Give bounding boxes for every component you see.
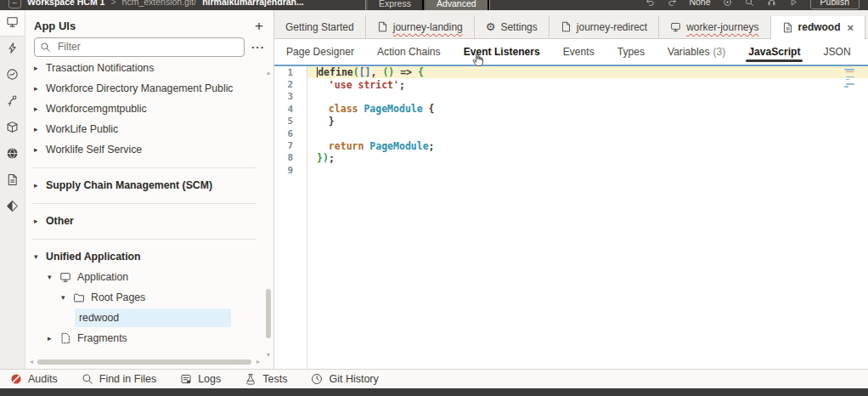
caret-right-icon[interactable]: ▸: [34, 217, 46, 225]
file-code-icon: [6, 173, 19, 190]
workspace-name[interactable]: Workspace HCM 1: [27, 0, 104, 7]
code-line-3[interactable]: 3: [274, 91, 868, 103]
rail-item-diamond[interactable]: [0, 195, 25, 221]
rail-item-package[interactable]: [0, 116, 25, 142]
tree-item-worklife-self-service[interactable]: ▸Worklife Self Service: [25, 139, 262, 160]
tree-item-redwood[interactable]: redwood: [25, 308, 262, 328]
subtab-page-designer[interactable]: Page Designer: [286, 39, 354, 65]
code-token: =>: [394, 66, 418, 78]
tab-settings[interactable]: ⚙Settings: [475, 15, 550, 38]
tests-button[interactable]: Tests: [245, 373, 287, 385]
git-history-button[interactable]: Git History: [311, 373, 378, 385]
code-line-9[interactable]: 9: [274, 164, 868, 176]
code-editor[interactable]: 1define([], () => {2 'use strict';34 cla…: [274, 65, 868, 369]
editor-minimap[interactable]: [844, 69, 863, 88]
code-line-2[interactable]: 2 'use strict';: [274, 78, 868, 90]
audits-button[interactable]: Audits: [10, 373, 58, 385]
rail-item-monitor[interactable]: [0, 10, 25, 37]
add-app-ui-button[interactable]: +: [255, 19, 263, 33]
headset-icon[interactable]: [766, 0, 777, 8]
rail-item-branch[interactable]: [0, 89, 25, 116]
subtab-event-listeners[interactable]: Event Listeners: [464, 39, 540, 65]
tree-item-other[interactable]: ▸Other: [25, 211, 262, 231]
rail-item-file-code[interactable]: [0, 168, 25, 195]
tab-journey-redirect[interactable]: journey-redirect: [550, 15, 659, 38]
rail-item-lightning[interactable]: [0, 37, 25, 63]
caret-right-icon[interactable]: ▸: [34, 64, 46, 72]
code-line-4[interactable]: 4 class PageModule {: [274, 103, 868, 115]
monitor-icon: [670, 21, 681, 32]
logs-button[interactable]: Logs: [180, 373, 221, 385]
find-in-files-button[interactable]: Find in Files: [82, 373, 156, 385]
tree-item-application[interactable]: ▾Application: [25, 267, 262, 287]
tree-item-workforcemgmtpublic[interactable]: ▸Workforcemgmtpublic: [25, 99, 262, 119]
filter-input[interactable]: [34, 37, 245, 57]
tree-item-root-pages[interactable]: ▾Root Pages: [25, 287, 262, 308]
search-icon[interactable]: [744, 0, 755, 8]
subtab-json[interactable]: JSON: [823, 39, 850, 65]
caret-down-icon[interactable]: ▾: [34, 252, 46, 261]
caret-right-icon[interactable]: ▸: [34, 84, 46, 93]
tree-item-fragments[interactable]: ▸Fragments: [25, 328, 262, 348]
sandbox-selector[interactable]: None: [689, 0, 710, 7]
code-token: }: [317, 116, 335, 127]
advanced-mode-button[interactable]: Advanced: [424, 0, 489, 10]
caret-right-icon[interactable]: ▸: [34, 105, 46, 113]
caret-right-icon[interactable]: ▸: [34, 145, 46, 154]
filter-row: ···: [25, 36, 273, 58]
redo-icon[interactable]: [667, 0, 678, 8]
tree-item-trasaction-notifications[interactable]: ▸Trasaction Notifications: [25, 58, 262, 78]
close-tab-icon[interactable]: ×: [848, 21, 854, 34]
file-code-icon: [782, 22, 793, 33]
caret-down-icon[interactable]: ▾: [48, 273, 59, 281]
subtab-variables[interactable]: Variables(3): [668, 39, 725, 65]
express-mode-button[interactable]: Express: [366, 0, 424, 10]
caret-right-icon[interactable]: ▸: [48, 334, 59, 342]
tab-redwood[interactable]: redwood×: [771, 16, 866, 39]
tree-item-workforce-directory-management-public[interactable]: ▸Workforce Directory Management Public: [25, 78, 262, 99]
code-line-5[interactable]: 5 }: [274, 116, 868, 127]
target-icon[interactable]: [722, 0, 733, 8]
panel-menu-button[interactable]: ···: [251, 41, 265, 54]
code-line-6[interactable]: 6: [274, 127, 868, 139]
tree-item-label: Unified Application: [46, 251, 141, 263]
tab-worker-journeys[interactable]: worker-journeys: [659, 15, 770, 38]
undo-icon[interactable]: [645, 0, 656, 8]
subtab-events[interactable]: Events: [563, 39, 595, 65]
page-dashed-icon: [59, 332, 71, 344]
tree-item-unified-application[interactable]: ▾Unified Application: [25, 246, 262, 267]
subtab-action-chains[interactable]: Action Chains: [377, 39, 441, 65]
line-number: 8: [274, 152, 307, 163]
scroll-left-icon[interactable]: ◂: [30, 359, 33, 365]
tree-item-worklife-public[interactable]: ▸WorkLife Public: [25, 119, 262, 139]
repo-name[interactable]: hcm_extension.git/: [122, 0, 197, 7]
caret-right-icon[interactable]: ▸: [34, 125, 46, 133]
minimap-line: [846, 79, 849, 81]
tab-journey-landing[interactable]: journey-landing: [366, 15, 475, 38]
minimap-line: [844, 86, 848, 88]
code-line-7[interactable]: 7 return PageModule;: [274, 139, 868, 151]
scroll-right-icon[interactable]: ▸: [256, 359, 260, 365]
branch-name[interactable]: nirmalkumarrajendran...: [202, 0, 304, 7]
page-icon: [561, 21, 572, 32]
tree-item-supply-chain-management-scm[interactable]: ▸Supply Chain Management (SCM): [25, 175, 262, 195]
caret-down-icon[interactable]: ▾: [61, 293, 73, 302]
scroll-up-icon[interactable]: ▴: [267, 70, 270, 76]
code-text: return PageModule;: [307, 140, 868, 152]
horizontal-scrollbar-thumb[interactable]: [37, 359, 251, 365]
rail-item-gauge[interactable]: [0, 63, 25, 89]
code-line-1[interactable]: 1define([], () => {: [274, 66, 868, 78]
caret-right-icon[interactable]: ▸: [34, 181, 46, 190]
publish-button[interactable]: Publish: [810, 0, 860, 9]
code-line-8[interactable]: 8});: [274, 152, 868, 164]
rail-item-globe[interactable]: [0, 142, 25, 168]
scroll-down-icon[interactable]: ▾: [267, 352, 270, 359]
bottom-bar-label: Logs: [198, 373, 221, 385]
tab-label: Getting Started: [285, 21, 354, 33]
subtab-types[interactable]: Types: [617, 39, 645, 65]
vertical-scrollbar-thumb[interactable]: [266, 289, 271, 338]
subtab-javascript[interactable]: JavaScript: [748, 39, 800, 65]
preview-play-icon[interactable]: [788, 0, 799, 8]
back-button[interactable]: ←: [8, 0, 21, 8]
tab-getting-started[interactable]: Getting Started: [274, 15, 366, 38]
